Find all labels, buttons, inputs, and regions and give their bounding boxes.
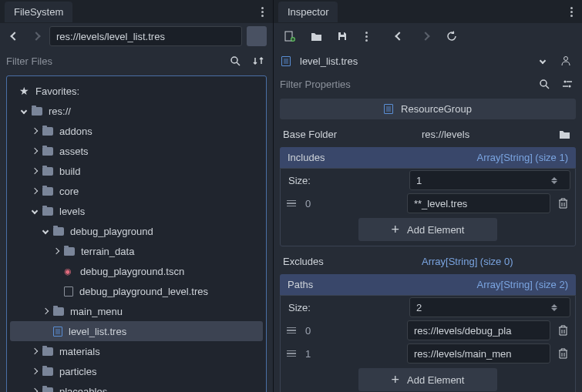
inspector-panel: Inspector level_list.tres [274,0,582,392]
path-input[interactable] [49,26,242,46]
delete-icon[interactable] [555,348,570,359]
file-debug-playground-tscn[interactable]: ◉ debug_playground.tscn [7,261,266,281]
folder-browse-icon[interactable] [556,126,573,142]
includes-size-row: Size: [281,169,575,192]
resource-icon [281,56,291,66]
filesystem-tab-bar: FileSystem [0,0,273,23]
paths-item-1: 1 [281,342,575,365]
extra-menu-icon[interactable] [360,30,372,42]
folder-core[interactable]: core [7,181,266,201]
folder-main-menu[interactable]: main_menu [7,301,266,321]
plus-icon: + [392,372,400,388]
folder-icon [42,127,53,136]
folder-build[interactable]: build [7,161,266,181]
plus-icon: + [392,222,400,238]
svg-rect-5 [341,32,344,35]
item-index: 0 [302,325,402,337]
paths-size-input[interactable] [409,297,570,317]
sort-icon[interactable] [250,52,267,69]
paths-item-1-input[interactable] [407,343,550,364]
delete-icon[interactable] [555,325,570,336]
includes-add-button[interactable]: + Add Element [358,218,497,241]
paths-add-button[interactable]: + Add Element [358,368,497,391]
history-reload-icon[interactable] [443,28,460,45]
save-resource-icon[interactable] [334,28,351,45]
folder-icon [64,247,75,256]
file-debug-playground-level[interactable]: debug_playground_level.tres [7,281,266,301]
inspector-tab[interactable]: Inspector [278,2,338,22]
item-index: 0 [302,198,402,209]
load-resource-icon[interactable] [308,28,325,45]
folder-particles[interactable]: particles [7,361,266,381]
favorites-section[interactable]: ★ Favorites: [7,81,266,101]
includes-item-0: 0 [281,192,575,215]
drag-handle-icon[interactable] [285,200,298,207]
settings-icon[interactable] [559,75,576,92]
base-folder-value[interactable]: res://levels [422,129,556,140]
star-icon: ★ [19,85,29,97]
filter-properties-input[interactable] [280,75,530,93]
folder-terrain-data[interactable]: terrain_data [7,241,266,261]
svg-line-8 [546,85,549,89]
stepper-icon[interactable] [547,177,561,184]
search-icon[interactable] [227,52,244,69]
filesystem-toolbar [0,23,273,49]
search-icon[interactable] [536,75,553,92]
includes-type: Array[String] (size 1) [477,152,568,163]
folder-addons[interactable]: addons [7,121,266,141]
svg-point-6 [564,57,568,61]
svg-point-11 [569,85,571,88]
folder-assets[interactable]: assets [7,141,266,161]
back-button[interactable] [6,28,23,45]
forward-button[interactable] [28,28,45,45]
class-header[interactable]: ResourceGroup [280,99,576,119]
base-folder-label: Base Folder [283,129,422,140]
folder-icon [53,227,64,236]
filter-files-input[interactable] [6,52,220,70]
folder-placeables[interactable]: placeables [7,381,266,392]
delete-icon[interactable] [555,198,570,209]
includes-size-input[interactable] [409,170,570,190]
new-resource-icon[interactable] [281,28,298,45]
stepper-icon[interactable] [547,304,561,311]
drag-handle-icon[interactable] [285,350,298,357]
inspector-properties: ResourceGroup Base Folder res://levels I… [274,95,582,392]
resource-file-icon [53,327,62,337]
includes-item-0-input[interactable] [407,193,550,213]
folder-icon [42,387,53,393]
paths-type: Array[String] (size 2) [477,279,568,290]
resource-dropdown[interactable] [534,52,551,69]
folder-root[interactable]: res:// [7,101,266,121]
path-mode-button[interactable] [247,26,267,46]
svg-point-7 [540,80,547,86]
inspector-menu-icon[interactable] [565,5,577,18]
resource-selector-row: level_list.tres [274,49,582,72]
filesystem-menu-icon[interactable] [256,5,268,18]
folder-levels[interactable]: levels [7,201,266,221]
svg-line-1 [237,62,240,65]
folder-materials[interactable]: materials [7,341,266,361]
filesystem-tab[interactable]: FileSystem [5,2,72,22]
drag-handle-icon[interactable] [285,327,298,334]
excludes-row[interactable]: Excludes Array[String] (size 0) [277,250,579,273]
includes-group: Size: 0 + Add Element [280,168,576,246]
resource-file-icon [64,286,73,297]
resource-name[interactable]: level_list.tres [300,55,528,67]
filesystem-panel: FileSystem ★ Favorites: res:// [0,0,274,392]
paths-item-0: 0 [281,319,575,342]
scene-icon: ◉ [64,266,74,276]
folder-debug-playground[interactable]: debug_playground [7,221,266,241]
paths-header[interactable]: Paths Array[String] (size 2) [280,274,576,295]
filesystem-filter-row [0,49,273,72]
history-forward-button[interactable] [417,28,434,45]
folder-icon [42,167,53,176]
svg-point-0 [231,57,237,63]
file-level-list[interactable]: level_list.tres [10,321,263,341]
class-icon [384,104,393,114]
folder-icon [42,187,53,196]
paths-item-0-input[interactable] [407,320,550,340]
manage-object-icon[interactable] [557,52,574,69]
svg-point-9 [564,81,567,83]
history-back-button[interactable] [391,28,408,45]
includes-header[interactable]: Includes Array[String] (size 1) [280,147,576,168]
